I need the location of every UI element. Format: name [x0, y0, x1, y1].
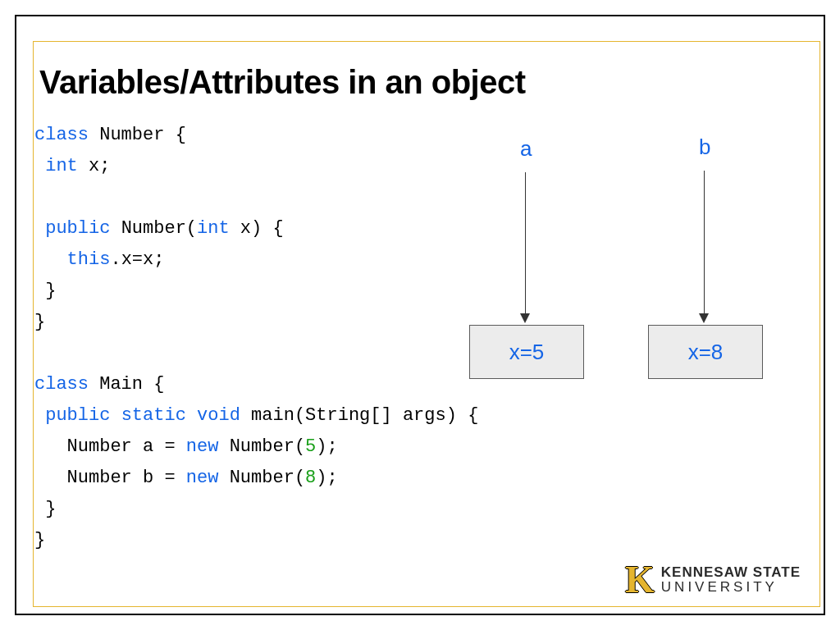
object-box-b-value: x=8 [688, 340, 724, 365]
kw-int-param: int [197, 218, 230, 239]
kw-class: class [34, 125, 89, 145]
diagram-label-a: a [520, 136, 532, 162]
kw-static: static [121, 405, 186, 426]
main-method: main [251, 405, 294, 426]
class-name-main: Main [99, 374, 143, 395]
university-logo: K KENNESAW STATE UNIVERSITY [625, 561, 801, 599]
literal-8: 8 [305, 468, 316, 488]
var-a: a [143, 436, 153, 457]
arrow-line-b [704, 171, 705, 315]
object-box-a-value: x=5 [509, 340, 545, 365]
arrow-head-b [699, 313, 709, 323]
logo-line-1: KENNESAW STATE [661, 565, 801, 580]
logo-text: KENNESAW STATE UNIVERSITY [661, 565, 801, 595]
kw-void: void [197, 405, 240, 426]
kw-this: this [67, 249, 111, 270]
literal-5: 5 [305, 436, 316, 457]
code-block: class Number { int x; public Number(int … [34, 120, 478, 556]
logo-line-2: UNIVERSITY [661, 580, 801, 595]
ctor-call-a: Number [230, 436, 294, 457]
ctor-call-b: Number [230, 468, 294, 488]
arrow-head-a [520, 313, 530, 323]
object-box-a: x=5 [469, 325, 584, 379]
class-name-number: Number [99, 125, 164, 145]
field-x: x [89, 156, 99, 176]
type-number-a: Number [67, 436, 132, 457]
kw-new-b: new [186, 468, 219, 488]
param-x: x [240, 218, 251, 239]
kw-public: public [45, 218, 110, 239]
var-b: b [143, 468, 153, 488]
kw-new-a: new [186, 436, 219, 457]
kw-class-2: class [34, 374, 89, 395]
slide-title: Variables/Attributes in an object [39, 64, 526, 101]
kw-int: int [45, 156, 78, 176]
main-args: String[] args [305, 405, 446, 426]
arrow-line-a [525, 172, 526, 315]
this-x: x [121, 249, 132, 270]
ctor-name: Number [121, 218, 186, 239]
kw-public-2: public [45, 405, 110, 426]
diagram-label-b: b [699, 135, 710, 160]
object-box-b: x=8 [648, 325, 763, 379]
assign-x: x [143, 249, 153, 270]
type-number-b: Number [67, 468, 132, 488]
logo-glyph-icon: K [625, 561, 655, 599]
